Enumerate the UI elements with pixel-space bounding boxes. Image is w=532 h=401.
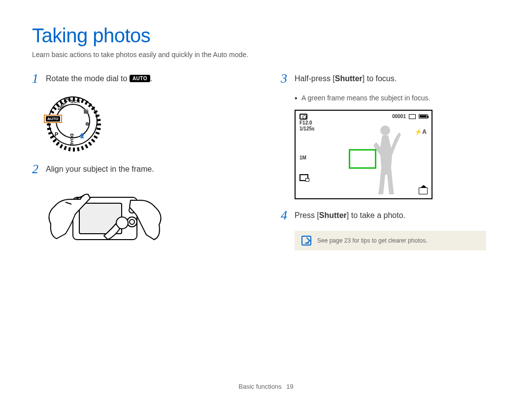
svg-point-6 — [380, 125, 390, 135]
step-2: 2 Align your subject in the frame. — [32, 163, 251, 176]
right-column: 3 Half-press [Shutter] to focus. • A gre… — [281, 72, 500, 258]
note-icon — [301, 236, 311, 246]
battery-icon — [419, 114, 428, 119]
lcd-preview-illustration: F12.0 1/125s 00001 ⚡A 1M — [295, 110, 432, 199]
step-number: 4 — [281, 209, 295, 222]
left-column: 1 Rotate the mode dial to AUTO. SCN 🎬 ⚙ … — [32, 72, 251, 258]
lcd-counter: 00001 — [392, 114, 406, 119]
auto-mode-chip: AUTO — [130, 75, 150, 82]
flash-auto-icon: ⚡A — [415, 128, 427, 135]
step-text: Align your subject in the frame. — [46, 163, 154, 174]
footer-page-number: 19 — [286, 383, 293, 390]
step4-before: Press [ — [295, 211, 319, 219]
lcd-aperture: F12.0 — [299, 120, 315, 125]
bullet-text: A green frame means the subject in focus… — [301, 94, 430, 103]
step4-after: ] to take a photo. — [347, 211, 405, 219]
step4-bold: Shutter — [319, 211, 347, 219]
sd-card-icon — [409, 114, 416, 119]
step-3-bullet: • A green frame means the subject in foc… — [295, 94, 500, 103]
bullet-icon: • — [295, 94, 301, 103]
step3-before: Half-press [ — [295, 74, 335, 83]
focus-frame — [349, 149, 376, 169]
metering-icon — [299, 174, 308, 181]
footer-section: Basic functions — [238, 383, 281, 390]
mode-dial-illustration: SCN 🎬 ⚙ 👤 DUAL P SMART AUTO — [46, 94, 100, 148]
lcd-shutter-speed: 1/125s — [299, 126, 315, 131]
note-text: See page 23 for tips to get clearer phot… — [317, 237, 427, 244]
step-3: 3 Half-press [Shutter] to focus. — [281, 72, 500, 85]
step-text: Press [Shutter] to take a photo. — [295, 209, 405, 220]
lcd-size-indicator: 1M — [299, 155, 308, 160]
page-subtitle: Learn basic actions to take photos easil… — [32, 51, 500, 59]
step-text: Rotate the mode dial to AUTO. — [46, 72, 153, 83]
hold-camera-illustration — [46, 185, 164, 258]
tip-note: See page 23 for tips to get clearer phot… — [295, 231, 486, 250]
step3-after: ] to focus. — [363, 74, 397, 83]
step-text: Half-press [Shutter] to focus. — [295, 72, 397, 83]
step-number: 3 — [281, 72, 295, 85]
step-1: 1 Rotate the mode dial to AUTO. — [32, 72, 251, 85]
page-footer: Basic functions 19 — [0, 383, 532, 390]
dial-auto-label: AUTO — [46, 116, 60, 122]
step1-before: Rotate the mode dial to — [46, 74, 130, 83]
dial-label-scn: SCN — [70, 99, 80, 104]
ois-icon — [419, 187, 428, 194]
svg-point-4 — [130, 219, 134, 224]
dial-label-dual: DUAL — [69, 134, 74, 146]
step-number: 2 — [32, 163, 46, 176]
step-number: 1 — [32, 72, 46, 85]
flash-auto-label: A — [422, 128, 427, 135]
step1-after: . — [150, 74, 152, 83]
step-4: 4 Press [Shutter] to take a photo. — [281, 209, 500, 222]
camera-icon — [299, 114, 307, 120]
step3-bold: Shutter — [335, 74, 363, 83]
page-title: Taking photos — [32, 25, 500, 47]
dial-auto-highlight: AUTO — [44, 115, 62, 123]
dial-label-p: P — [55, 131, 58, 137]
